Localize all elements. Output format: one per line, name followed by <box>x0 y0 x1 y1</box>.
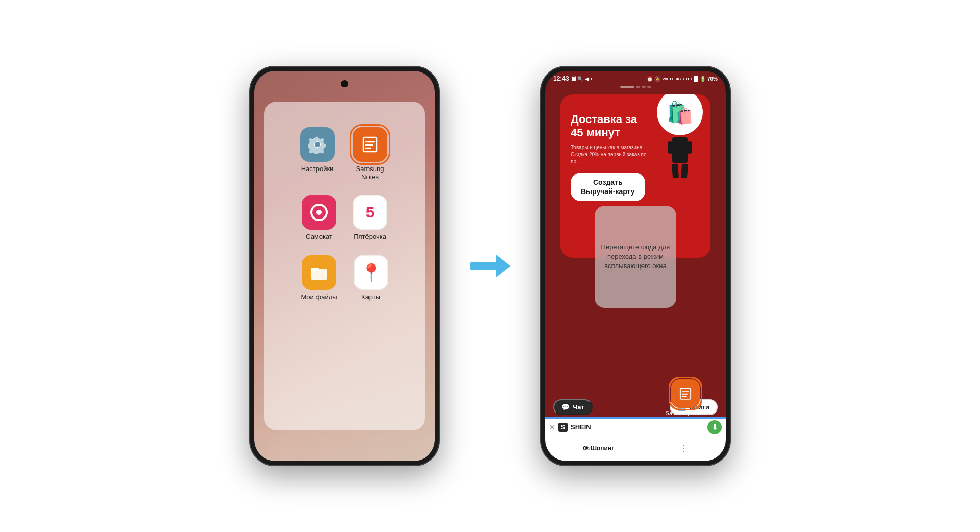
myfiles-label: Мои файлы <box>301 293 337 301</box>
shein-download-button[interactable]: ⬇ <box>707 420 722 434</box>
phone2-vol-down <box>541 164 542 200</box>
battery-icon: 🔋 <box>700 76 706 82</box>
signal-bars-icon: ▉ <box>694 76 698 82</box>
promo-button-line1: Создать <box>593 178 623 186</box>
phone-1-display: Настройки <box>254 71 435 461</box>
app-item-samsung-notes[interactable]: Samsung Notes <box>351 127 389 181</box>
notes-icon-svg <box>361 135 379 154</box>
scroll-indicator <box>545 84 726 89</box>
svg-point-1 <box>315 142 320 147</box>
front-camera <box>341 80 348 87</box>
delivery-leg-right <box>681 164 688 179</box>
floating-window-hint: Перетащите сюда для перехода в режим всп… <box>595 206 676 308</box>
phone2-vol-up <box>541 133 542 156</box>
dragged-app-label: Samsung Notes <box>666 410 705 416</box>
arrow-head <box>496 255 510 277</box>
myfiles-icon[interactable] <box>302 255 336 290</box>
notes-label: Samsung Notes <box>351 165 389 181</box>
app-row-1: Настройки <box>300 127 389 181</box>
scroll-dot <box>647 86 651 88</box>
delivery-arm-right <box>688 141 692 154</box>
promo-subtitle: Товары и цены как в магазине. Скидка 20%… <box>571 144 652 165</box>
dragged-app-icon-wrap: Samsung Notes <box>666 379 705 416</box>
battery-percent: 70% <box>707 76 718 82</box>
maps-label: Карты <box>361 293 380 301</box>
status-left: 12:43 🖼 🔍 ◀ • <box>553 75 593 82</box>
maps-icon[interactable]: 📍 <box>354 255 388 290</box>
settings-label: Настройки <box>301 165 334 173</box>
app-item-myfiles[interactable]: Мои файлы <box>301 255 337 301</box>
shein-bar: ✕ S SHEIN ⬇ <box>545 417 726 436</box>
pyaterochka-number: 5 <box>366 204 375 221</box>
status-right: ⏰ 🔕 VoLTE 4G LTE1 ▉ 🔋 70% <box>647 76 718 82</box>
download-icon: ⬇ <box>712 422 718 432</box>
app-item-samocat[interactable]: Самокат <box>302 195 336 241</box>
chat-icon: 💬 <box>561 403 570 411</box>
floating-hint-text: Перетащите сюда для перехода в режим всп… <box>601 243 670 271</box>
chat-label: Чат <box>573 403 584 411</box>
delivery-figure: 🛍️ <box>647 94 710 191</box>
delivery-person-icon: 🛍️ <box>667 100 693 125</box>
scroll-dot <box>642 86 646 88</box>
shein-logo: S <box>558 423 568 432</box>
phone-1-screen: Настройки <box>254 71 435 461</box>
notes-app-icon[interactable] <box>353 127 387 162</box>
promo-create-card-button[interactable]: Создать Выручай-карту <box>571 173 645 201</box>
gear-svg <box>308 135 327 154</box>
volume-up-button <box>250 133 251 156</box>
phone-2-display: 12:43 🖼 🔍 ◀ • ⏰ 🔕 VoLTE 4G LTE1 ▉ 🔋 70% <box>545 71 726 461</box>
delivery-arm-left <box>668 141 672 154</box>
volte-icon: VoLTE <box>662 77 674 81</box>
delivery-leg-left <box>672 164 679 179</box>
phone-1: Настройки <box>250 67 439 465</box>
scroll-dot <box>636 86 640 88</box>
app-item-settings[interactable]: Настройки <box>300 127 335 173</box>
chat-button[interactable]: 💬 Чат <box>553 399 593 415</box>
transition-arrow <box>470 256 510 276</box>
app-grid-overlay: Настройки <box>264 102 425 430</box>
delivery-illustration: 🛍️ <box>657 94 703 135</box>
shein-name: SHEIN <box>571 423 591 431</box>
samocat-ring <box>310 204 328 221</box>
scroll-dot <box>620 86 634 88</box>
power-button <box>438 149 439 184</box>
phone2-nav-bar: 🛍 Шопинг ⋮ <box>545 436 726 461</box>
dragged-samsung-notes-icon[interactable] <box>671 379 700 408</box>
app-row-3: Мои файлы 📍 Карты <box>301 255 388 301</box>
nav-more-icon[interactable]: ⋮ <box>679 443 688 454</box>
delivery-legs-container <box>672 164 688 178</box>
dragged-notes-svg <box>678 386 693 401</box>
signal-4g-icon: 4G <box>676 77 681 81</box>
app-item-pyaterochka[interactable]: 5 Пятёрочка <box>353 195 387 241</box>
settings-icon[interactable] <box>300 127 335 162</box>
shein-close-button[interactable]: ✕ <box>549 423 555 431</box>
samocat-label: Самокат <box>306 233 332 241</box>
app-row-2: Самокат 5 Пятёрочка <box>302 195 387 241</box>
phone2-main-content: 🛍️ Доставка за 45 минут <box>545 89 726 461</box>
pyaterochka-label: Пятёрочка <box>354 233 386 241</box>
delivery-torso <box>672 137 688 163</box>
promo-title: Доставка за 45 минут <box>571 113 652 140</box>
samocat-icon[interactable] <box>302 195 336 230</box>
status-media-icons: 🖼 🔍 ◀ • <box>571 76 593 82</box>
phone-2-screen: 12:43 🖼 🔍 ◀ • ⏰ 🔕 VoLTE 4G LTE1 ▉ 🔋 70% <box>545 71 726 461</box>
phone-2: 12:43 🖼 🔍 ◀ • ⏰ 🔕 VoLTE 4G LTE1 ▉ 🔋 70% <box>541 67 730 465</box>
lte-icon: LTE1 <box>683 77 693 81</box>
mute-icon: 🔕 <box>654 76 660 82</box>
svg-rect-7 <box>311 268 319 271</box>
status-time: 12:43 <box>553 75 569 82</box>
phone2-power-button <box>729 149 730 184</box>
alarm-icon: ⏰ <box>647 76 653 82</box>
main-scene: Настройки <box>0 0 980 532</box>
promo-button-line2: Выручай-карту <box>581 187 635 196</box>
status-bar: 12:43 🖼 🔍 ◀ • ⏰ 🔕 VoLTE 4G LTE1 ▉ 🔋 70% <box>545 71 726 84</box>
dragged-icon-outline <box>671 379 700 408</box>
bixby-button <box>250 207 251 243</box>
folder-icon <box>310 263 328 282</box>
shein-shopping-label: 🛍 Шопинг <box>583 445 615 452</box>
app-item-maps[interactable]: 📍 Карты <box>354 255 388 301</box>
pyaterochka-icon[interactable]: 5 <box>353 195 387 230</box>
volume-down-button <box>250 164 251 200</box>
map-pin-emoji: 📍 <box>360 262 382 283</box>
arrow-shape <box>470 256 510 276</box>
